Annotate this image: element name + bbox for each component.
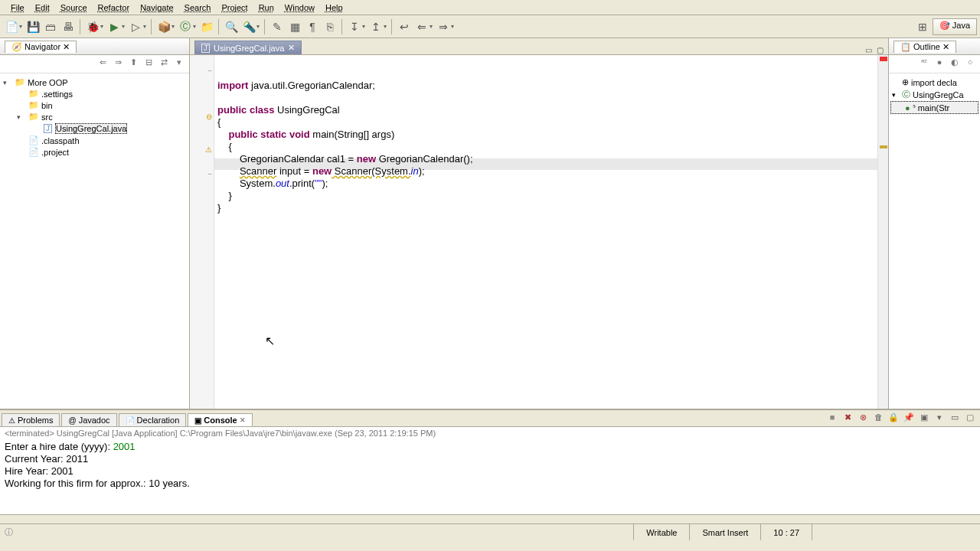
menu-help[interactable]: Help — [321, 2, 348, 14]
navigator-tab[interactable]: 🧭 Navigator ✕ — [5, 41, 77, 53]
kw-class: class — [250, 104, 275, 116]
status-icon: ⓘ — [0, 527, 18, 538]
console-output[interactable]: Enter a hire date (yyyy): 2001 Current Y… — [0, 439, 980, 514]
menu-refactor[interactable]: Refactor — [93, 2, 135, 14]
hide-fields-icon[interactable]: ● — [933, 57, 946, 71]
status-position: 10 : 27 — [760, 524, 812, 540]
remove-launch-icon[interactable]: ✖ — [841, 412, 854, 426]
scanner-var: input = — [276, 165, 312, 177]
back-button[interactable]: ⇐ — [413, 18, 430, 35]
import-target: java.util.GregorianCalendar; — [248, 80, 374, 91]
java-perspective-button[interactable]: 🎯 Java — [933, 18, 977, 35]
menu-run[interactable]: Run — [254, 2, 279, 14]
close-icon[interactable]: ✕ — [288, 43, 295, 53]
menu-window[interactable]: Window — [280, 2, 319, 14]
menu-source[interactable]: Source — [56, 2, 92, 14]
outline-class[interactable]: ▾ⒸUsingGregCa — [890, 88, 978, 101]
open-perspective-button[interactable]: ⊞ — [914, 18, 931, 35]
outline-main[interactable]: ●ˢmain(Str — [890, 101, 978, 114]
terminate-icon[interactable]: ■ — [825, 412, 839, 426]
console-tab[interactable]: ▣Console✕ — [188, 413, 252, 426]
brace-close2: } — [217, 202, 220, 214]
editor-area: 🄹 UsingGregCal.java ✕ ▭ ▢ − ⊖ ⚠ − import… — [190, 38, 888, 409]
tree-projectfile[interactable]: 📄.project — [2, 146, 188, 158]
tree-project[interactable]: ▾📁More OOP — [2, 77, 188, 88]
run-button[interactable]: ▶ — [106, 18, 122, 35]
editor-tab[interactable]: 🄹 UsingGregCal.java ✕ — [194, 41, 302, 54]
tree-java-file[interactable]: 🄹UsingGregCal.java — [2, 122, 188, 135]
javadoc-tab[interactable]: @Javadoc — [61, 413, 116, 426]
kw-public2: public — [228, 129, 257, 140]
tree-src[interactable]: ▾📁src — [2, 111, 188, 122]
nav-back-icon[interactable]: ⇐ — [96, 57, 109, 71]
save-all-button[interactable]: 🗃 — [42, 18, 59, 35]
prev-annotation-button[interactable]: ↥ — [368, 18, 384, 35]
search-button[interactable]: 🔦 — [240, 18, 257, 35]
tree-classpath[interactable]: 📄.classpath — [2, 135, 188, 146]
gc-ctor: GregorianCalendar(); — [376, 153, 472, 165]
nav-up-icon[interactable]: ⬆ — [126, 57, 140, 71]
maximize-panel-icon[interactable]: ▢ — [963, 412, 977, 426]
debug-button[interactable]: 🐞 — [84, 18, 101, 35]
menu-search[interactable]: Search — [180, 2, 216, 14]
scroll-lock-icon[interactable]: 🔒 — [887, 412, 900, 426]
clear-console-icon[interactable]: 🗑 — [871, 412, 885, 426]
nav-forward-icon[interactable]: ⇒ — [111, 57, 125, 71]
toggle-mark-button[interactable]: ✎ — [269, 18, 286, 35]
problems-tab[interactable]: ⚠Problems — [2, 413, 60, 426]
console-close-icon[interactable]: ✕ — [240, 416, 246, 424]
main-toolbar: 📄▾ 💾 🗃 🖶 🐞▾ ▶▾ ▷▾ 📦▾ Ⓒ▾ 📁 🔍 🔦▾ ✎ ▦ ¶ ⎘ ↧… — [0, 15, 980, 38]
maximize-icon[interactable]: ▢ — [875, 46, 885, 54]
scanner-end: ); — [419, 165, 425, 177]
cursor-icon: ↖ — [265, 334, 275, 347]
projectfile-label: .project — [41, 148, 69, 157]
javadoc-label: Javadoc — [79, 416, 110, 425]
minimize-panel-icon[interactable]: ▭ — [948, 412, 962, 426]
tree-bin[interactable]: 📁bin — [2, 99, 188, 111]
view-menu-icon[interactable]: ▾ — [172, 57, 186, 71]
save-button[interactable]: 💾 — [24, 18, 41, 35]
out-l3: Hire Year: 2001 — [5, 465, 74, 477]
hide-nonpublic-icon[interactable]: ○ — [963, 57, 977, 71]
sysout3: ); — [322, 178, 328, 189]
sort-icon[interactable]: ᵃᶻ — [917, 57, 931, 71]
outline-import[interactable]: ⊕import decla — [890, 77, 978, 88]
hide-static-icon[interactable]: ◐ — [948, 57, 962, 71]
new-package-button[interactable]: 📦 — [155, 18, 172, 35]
menu-file[interactable]: File — [6, 2, 29, 14]
declaration-tab[interactable]: 📄Declaration — [119, 413, 187, 426]
forward-button[interactable]: ⇒ — [435, 18, 452, 35]
last-edit-button[interactable]: ↩ — [396, 18, 413, 35]
pin-console-icon[interactable]: 📌 — [902, 412, 916, 426]
tree-settings[interactable]: 📁.settings — [2, 88, 188, 99]
new-button[interactable]: 📄 — [3, 18, 20, 35]
next-annotation-button[interactable]: ↧ — [346, 18, 363, 35]
menu-edit[interactable]: Edit — [31, 2, 54, 14]
split-handle[interactable] — [0, 514, 980, 523]
link-editor-icon[interactable]: ⇄ — [157, 57, 171, 71]
new-folder-button[interactable]: 📁 — [198, 18, 215, 35]
code-editor[interactable]: − ⊖ ⚠ − import java.util.GregorianCalend… — [190, 55, 888, 409]
menu-project[interactable]: Project — [217, 2, 252, 14]
minimize-icon[interactable]: ▭ — [864, 46, 874, 54]
open-type-button[interactable]: 🔍 — [223, 18, 240, 35]
toggle-block-button[interactable]: ▦ — [286, 18, 303, 35]
outline-title: Outline — [913, 42, 940, 51]
toggle-whitespace-button[interactable]: ¶ — [304, 18, 321, 35]
overview-ruler[interactable] — [877, 55, 888, 409]
display-console-icon[interactable]: ▣ — [917, 412, 931, 426]
remove-all-icon[interactable]: ⊗ — [856, 412, 870, 426]
collapse-all-icon[interactable]: ⊟ — [142, 57, 155, 71]
menu-navigate[interactable]: Navigate — [136, 2, 178, 14]
new-class-button[interactable]: Ⓒ — [177, 18, 194, 35]
console-description: <terminated> UsingGregCal [Java Applicat… — [0, 427, 980, 439]
kw-new: new — [357, 153, 376, 165]
print-button[interactable]: 🖶 — [60, 18, 77, 35]
run-last-button[interactable]: ▷ — [127, 18, 144, 35]
outline-tab[interactable]: 📋 Outline ✕ — [893, 41, 956, 53]
show-whitespace-button[interactable]: ⎘ — [322, 18, 338, 35]
src-label: src — [41, 112, 53, 122]
open-console-icon[interactable]: ▾ — [933, 412, 946, 426]
gc-decl: GregorianCalendar cal1 = — [240, 153, 357, 165]
kw-public: public — [217, 104, 247, 116]
